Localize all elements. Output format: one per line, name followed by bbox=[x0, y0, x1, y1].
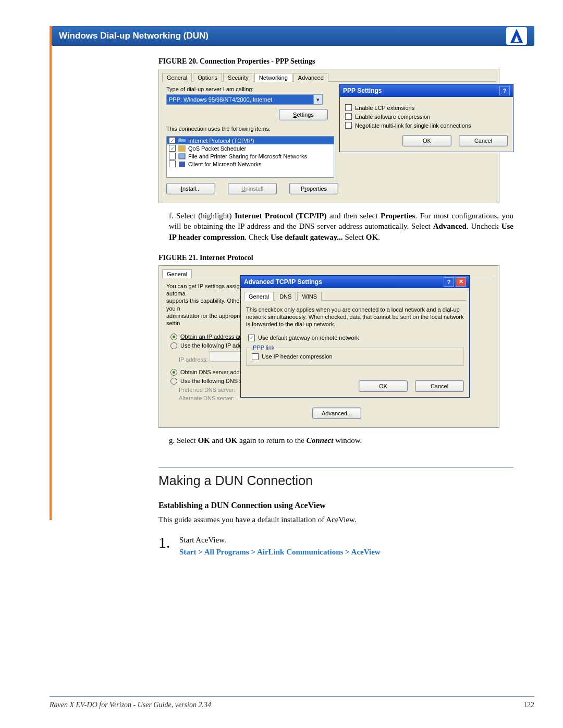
service-icon bbox=[178, 153, 186, 159]
service-icon bbox=[178, 145, 186, 152]
svg-rect-3 bbox=[179, 154, 185, 159]
step-number: 1. bbox=[158, 534, 179, 557]
section-rule bbox=[158, 467, 513, 468]
dialog-title: Advanced TCP/IP Settings bbox=[244, 278, 322, 286]
figure21-internet-protocol: General You can get IP settings assigned… bbox=[158, 265, 499, 428]
help-icon[interactable]: ? bbox=[499, 86, 510, 95]
item-label: File and Printer Sharing for Microsoft N… bbox=[188, 153, 307, 159]
ppp-link-group: PPP link ✓ Use IP header compression bbox=[246, 348, 464, 366]
footer-rule bbox=[50, 696, 534, 697]
tab-options[interactable]: Options bbox=[193, 73, 222, 82]
install-button[interactable]: Install... bbox=[166, 183, 215, 194]
brand-logo bbox=[506, 27, 527, 45]
cancel-button[interactable]: Cancel bbox=[415, 380, 464, 392]
settings-button[interactable]: Settings bbox=[279, 109, 328, 120]
tab-dns[interactable]: DNS bbox=[275, 292, 296, 301]
step-f-text: f. Select (highlight) Internet Protocol … bbox=[169, 211, 513, 242]
pref-dns-label: Preferred DNS server: bbox=[179, 387, 236, 393]
opt-multilink: Negotiate multi-link for single link con… bbox=[355, 122, 471, 129]
checkbox-icon[interactable]: ✓ bbox=[169, 153, 176, 159]
footer-text: Raven X EV-DO for Verizon - User Guide, … bbox=[50, 701, 211, 709]
figure20-connection-properties: General Options Security Networking Adva… bbox=[158, 69, 499, 203]
tab-general[interactable]: General bbox=[162, 73, 192, 82]
checkbox-icon[interactable]: ✓ bbox=[169, 137, 176, 144]
dialog-titlebar: Advanced TCP/IP Settings ? ✕ bbox=[241, 276, 469, 288]
tab-advanced[interactable]: Advanced bbox=[293, 73, 328, 82]
connection-items-list[interactable]: ✓ Internet Protocol (TCP/IP) ✓ QoS Packe… bbox=[166, 136, 334, 178]
section-intro: This guide assumes you have a default in… bbox=[158, 515, 513, 524]
ppp-settings-dialog: PPP Settings ? ✓Enable LCP extensions ✓E… bbox=[339, 84, 513, 152]
alt-dns-label: Alternate DNS server: bbox=[179, 395, 235, 401]
radio-manual-ip[interactable] bbox=[170, 342, 177, 349]
close-icon[interactable]: ✕ bbox=[456, 277, 466, 287]
item-client-ms[interactable]: ✓ Client for Microsoft Networks bbox=[167, 160, 334, 168]
dialog-titlebar: PPP Settings ? bbox=[340, 84, 513, 97]
vertical-rule bbox=[50, 26, 52, 520]
step-1: 1. Start AceView. Start > All Programs >… bbox=[158, 534, 513, 557]
chevron-down-icon: ▾ bbox=[313, 95, 322, 104]
tab-security[interactable]: Security bbox=[223, 73, 253, 82]
radio-auto-ip[interactable] bbox=[170, 334, 177, 340]
figure21-caption: FIGURE 21. Internet Protocol bbox=[158, 254, 534, 262]
item-qos[interactable]: ✓ QoS Packet Scheduler bbox=[167, 144, 334, 152]
protocol-icon bbox=[178, 138, 186, 144]
item-tcpip[interactable]: ✓ Internet Protocol (TCP/IP) bbox=[167, 137, 334, 144]
radio-auto-dns[interactable] bbox=[170, 369, 177, 376]
page-header: Windows Dial-up Networking (DUN) bbox=[52, 26, 534, 46]
svg-rect-2 bbox=[178, 145, 186, 152]
page-number: 122 bbox=[523, 701, 534, 709]
advanced-tcpip-dialog: Advanced TCP/IP Settings ? ✕ General DNS… bbox=[240, 275, 470, 398]
checkbox-icon[interactable]: ✓ bbox=[345, 104, 352, 111]
radio-manual-dns[interactable] bbox=[170, 378, 177, 385]
ip-address-label: IP address: bbox=[179, 356, 207, 363]
group-legend: PPP link bbox=[251, 344, 276, 351]
client-icon bbox=[178, 161, 186, 167]
gateway-label: Use default gateway on remote network bbox=[258, 335, 359, 341]
advanced-button[interactable]: Advanced... bbox=[312, 408, 361, 419]
ip-header-label: Use IP header compression bbox=[262, 353, 333, 360]
subsection-title: Establishing a DUN Connection using AceV… bbox=[158, 501, 534, 510]
item-label: Internet Protocol (TCP/IP) bbox=[188, 138, 254, 144]
properties-button[interactable]: Properties bbox=[289, 183, 338, 194]
item-label: Client for Microsoft Networks bbox=[188, 161, 262, 167]
tab-general[interactable]: General bbox=[162, 269, 192, 278]
checkbox-icon[interactable]: ✓ bbox=[345, 122, 352, 129]
server-type-dropdown[interactable]: PPP: Windows 95/98/NT4/2000, Internet ▾ bbox=[166, 94, 323, 105]
help-icon[interactable]: ? bbox=[444, 277, 454, 287]
step-g-text: g. Select OK and OK again to return to t… bbox=[169, 435, 513, 446]
uninstall-button: Uninstall bbox=[228, 183, 277, 194]
opt-compression: Enable software compression bbox=[355, 114, 430, 120]
checkbox-icon[interactable]: ✓ bbox=[345, 113, 352, 120]
section-title: Making a DUN Connection bbox=[158, 473, 534, 488]
server-type-value: PPP: Windows 95/98/NT4/2000, Internet bbox=[169, 96, 272, 103]
svg-rect-1 bbox=[179, 138, 181, 140]
checkbox-icon[interactable]: ✓ bbox=[169, 145, 176, 152]
page-footer: Raven X EV-DO for Verizon - User Guide, … bbox=[50, 701, 534, 709]
tab-networking[interactable]: Networking bbox=[254, 73, 292, 82]
tabs: General Options Security Networking Adva… bbox=[162, 72, 496, 82]
step-text: Start AceView. bbox=[179, 536, 381, 545]
checkbox-icon[interactable]: ✓ bbox=[169, 161, 176, 167]
ok-button[interactable]: OK bbox=[359, 380, 408, 392]
svg-rect-4 bbox=[179, 162, 185, 167]
tab-general[interactable]: General bbox=[244, 292, 274, 301]
ok-button[interactable]: OK bbox=[402, 135, 451, 146]
header-title: Windows Dial-up Networking (DUN) bbox=[59, 31, 209, 41]
tab-wins[interactable]: WINS bbox=[297, 292, 322, 301]
opt-lcp: Enable LCP extensions bbox=[355, 105, 414, 111]
cancel-button[interactable]: Cancel bbox=[459, 135, 508, 146]
checkbox-default-gateway[interactable]: ✓ bbox=[248, 335, 255, 341]
figure20-caption: FIGURE 20. Connection Properties - PPP S… bbox=[158, 57, 534, 66]
item-label: QoS Packet Scheduler bbox=[188, 145, 246, 152]
menu-path: Start > All Programs > AirLink Communica… bbox=[179, 548, 381, 557]
dialog-title: PPP Settings bbox=[343, 87, 382, 94]
item-file-print[interactable]: ✓ File and Printer Sharing for Microsoft… bbox=[167, 152, 334, 160]
checkbox-ip-header[interactable]: ✓ bbox=[252, 353, 259, 360]
gateway-blurb: This checkbox only applies when you are … bbox=[246, 306, 464, 328]
